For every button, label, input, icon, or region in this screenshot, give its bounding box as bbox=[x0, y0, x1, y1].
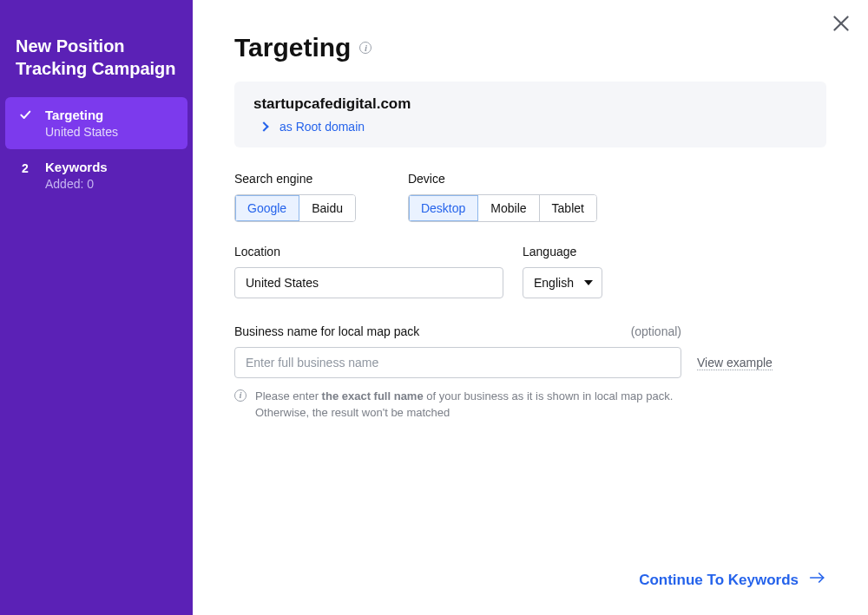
domain-card: startupcafedigital.com as Root domain bbox=[234, 82, 826, 147]
search-engine-option-google[interactable]: Google bbox=[235, 195, 299, 221]
domain-type-label: as Root domain bbox=[279, 120, 365, 134]
sidebar: New Position Tracking Campaign Targeting… bbox=[0, 0, 193, 615]
language-value: English bbox=[534, 276, 574, 290]
close-button[interactable] bbox=[830, 12, 852, 35]
chevron-down-icon bbox=[584, 280, 593, 285]
location-input[interactable] bbox=[234, 267, 503, 298]
language-select[interactable]: English bbox=[523, 267, 602, 298]
business-hint: i Please enter the exact full name of yo… bbox=[234, 389, 720, 422]
business-name-input[interactable] bbox=[234, 347, 681, 378]
business-label: Business name for local map pack bbox=[234, 324, 419, 338]
info-icon[interactable]: i bbox=[359, 42, 372, 54]
step-label: Keywords bbox=[45, 160, 108, 174]
step-sublabel: United States bbox=[45, 125, 118, 139]
device-segmented: Desktop Mobile Tablet bbox=[408, 194, 597, 222]
search-engine-label: Search engine bbox=[234, 172, 356, 186]
location-label: Location bbox=[234, 245, 503, 258]
sidebar-step-targeting[interactable]: Targeting United States bbox=[5, 97, 187, 149]
step-number: 2 bbox=[17, 160, 33, 177]
device-option-desktop[interactable]: Desktop bbox=[409, 195, 478, 221]
continue-label: Continue To Keywords bbox=[639, 572, 799, 589]
info-icon: i bbox=[234, 389, 247, 402]
device-option-tablet[interactable]: Tablet bbox=[540, 195, 596, 221]
search-engine-option-baidu[interactable]: Baidu bbox=[299, 195, 355, 221]
device-option-mobile[interactable]: Mobile bbox=[478, 195, 539, 221]
domain-type-toggle[interactable]: as Root domain bbox=[255, 120, 807, 134]
check-icon bbox=[17, 108, 33, 121]
chevron-right-icon bbox=[259, 121, 268, 131]
device-label: Device bbox=[408, 172, 597, 186]
sidebar-step-keywords[interactable]: 2 Keywords Added: 0 bbox=[5, 149, 187, 201]
language-field: Language English bbox=[523, 245, 602, 298]
step-sublabel: Added: 0 bbox=[45, 177, 108, 191]
step-label: Targeting bbox=[45, 108, 118, 122]
sidebar-title: New Position Tracking Campaign bbox=[0, 35, 193, 97]
hint-text: Please enter the exact full name of your… bbox=[255, 389, 720, 422]
arrow-right-icon bbox=[809, 571, 826, 589]
business-field: Business name for local map pack (option… bbox=[234, 324, 826, 422]
page-title-text: Targeting bbox=[234, 33, 351, 62]
location-field: Location bbox=[234, 245, 503, 298]
optional-label: (optional) bbox=[631, 324, 681, 338]
language-label: Language bbox=[523, 245, 602, 258]
domain-name: startupcafedigital.com bbox=[253, 95, 807, 113]
search-engine-segmented: Google Baidu bbox=[234, 194, 356, 222]
device-field: Device Desktop Mobile Tablet bbox=[408, 172, 597, 222]
main-panel: Targeting i startupcafedigital.com as Ro… bbox=[193, 0, 868, 615]
view-example-link[interactable]: View example bbox=[697, 356, 773, 370]
continue-button[interactable]: Continue To Keywords bbox=[639, 571, 826, 589]
page-title: Targeting i bbox=[234, 33, 826, 62]
search-engine-field: Search engine Google Baidu bbox=[234, 172, 356, 222]
